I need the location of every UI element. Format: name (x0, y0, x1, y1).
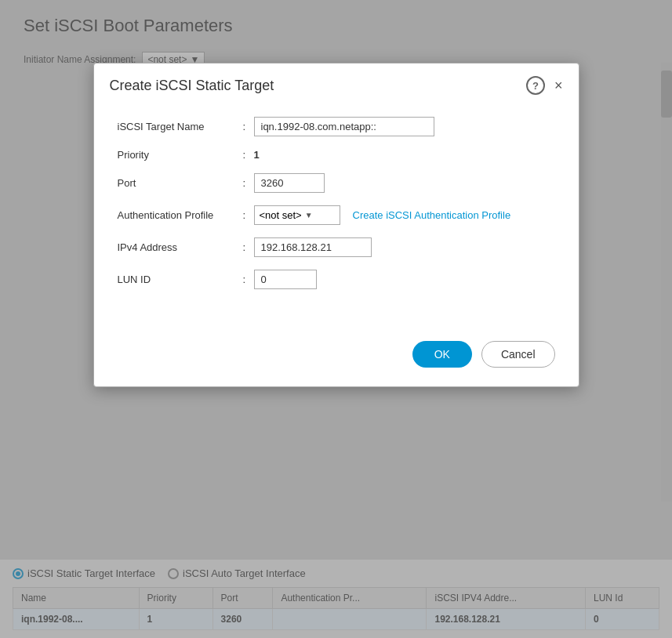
target-name-row: iSCSI Target Name : (118, 117, 555, 136)
ipv4-colon: : (243, 241, 254, 253)
ipv4-label: IPv4 Address (118, 241, 243, 253)
auth-profile-value: <not set> (260, 209, 302, 221)
modal-footer: OK Cancel (94, 325, 579, 386)
close-button[interactable]: × (554, 78, 563, 92)
auth-profile-row: Authentication Profile : <not set> ▼ Cre… (118, 205, 555, 225)
modal-title: Create iSCSI Static Target (110, 78, 274, 94)
lun-colon: : (243, 274, 254, 285)
priority-label: Priority (118, 149, 243, 161)
priority-row: Priority : 1 (118, 149, 555, 161)
auth-profile-value-container: <not set> ▼ Create iSCSI Authentication … (254, 205, 555, 225)
lun-label: LUN ID (118, 274, 243, 285)
port-label: Port (118, 177, 243, 189)
auth-profile-arrow: ▼ (305, 211, 313, 219)
auth-profile-label: Authentication Profile (118, 209, 243, 221)
help-button[interactable]: ? (526, 76, 545, 95)
port-input[interactable] (254, 173, 325, 193)
modal-body: iSCSI Target Name : Priority : 1 Port : (94, 104, 579, 325)
cancel-button[interactable]: Cancel (481, 341, 555, 368)
modal-header: Create iSCSI Static Target ? × (94, 63, 579, 104)
ok-button[interactable]: OK (412, 341, 472, 368)
modal-dialog: Create iSCSI Static Target ? × iSCSI Tar… (93, 63, 579, 387)
ipv4-row: IPv4 Address : (118, 237, 555, 257)
port-value-container (254, 173, 555, 193)
ipv4-value-container (254, 237, 555, 257)
priority-value-container: 1 (254, 149, 555, 161)
target-name-input[interactable] (254, 117, 434, 136)
target-name-colon: : (243, 121, 254, 132)
create-profile-link[interactable]: Create iSCSI Authentication Profile (353, 209, 511, 221)
auth-profile-dropdown[interactable]: <not set> ▼ (254, 205, 340, 225)
port-colon: : (243, 177, 254, 189)
modal-header-actions: ? × (526, 76, 563, 95)
lun-value-container (254, 270, 555, 289)
priority-value: 1 (254, 149, 260, 161)
auth-profile-colon: : (243, 209, 254, 221)
lun-row: LUN ID : (118, 270, 555, 289)
target-name-value-container (254, 117, 555, 136)
modal-overlay: Create iSCSI Static Target ? × iSCSI Tar… (0, 0, 672, 638)
priority-colon: : (243, 149, 254, 161)
ipv4-input[interactable] (254, 237, 372, 257)
lun-input[interactable] (254, 270, 317, 289)
port-row: Port : (118, 173, 555, 193)
target-name-label: iSCSI Target Name (118, 121, 243, 132)
